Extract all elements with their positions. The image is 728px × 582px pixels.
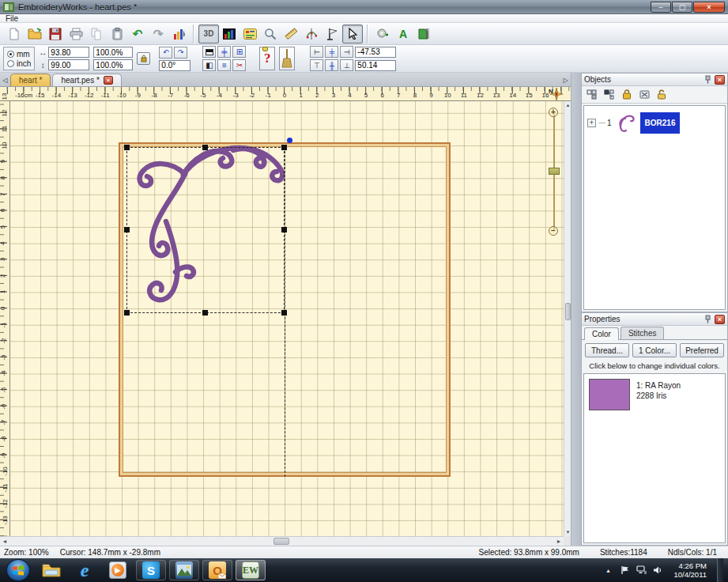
close-button[interactable]: × bbox=[693, 2, 725, 13]
minimize-button[interactable]: – bbox=[651, 2, 671, 13]
design-canvas[interactable]: + − bbox=[10, 101, 564, 536]
vertical-scroll-thumb[interactable] bbox=[565, 303, 571, 320]
align-left-button[interactable]: ⊢ bbox=[310, 46, 323, 58]
height-input[interactable] bbox=[48, 59, 89, 70]
sequence-view-button[interactable]: ≡ bbox=[217, 59, 231, 71]
unlock-object-button[interactable] bbox=[654, 88, 669, 102]
trim-button[interactable]: ✂ bbox=[232, 59, 246, 71]
resize-handle-s[interactable] bbox=[202, 310, 208, 316]
slider-handle[interactable] bbox=[549, 168, 560, 175]
resize-handle-n[interactable] bbox=[202, 145, 208, 150]
tray-clock[interactable]: 4:26 PM 10/4/2011 bbox=[669, 561, 711, 579]
pos-x-input[interactable] bbox=[355, 47, 396, 58]
vertical-scrollbar[interactable]: ▲ ▼ bbox=[564, 101, 571, 536]
align-right-button[interactable]: ⊣ bbox=[340, 46, 353, 58]
unit-inch-radio[interactable]: inch bbox=[7, 59, 31, 68]
horizontal-scroll-thumb[interactable] bbox=[273, 538, 289, 545]
tray-expand-icon[interactable]: ▲ bbox=[602, 565, 613, 576]
scroll-down-icon[interactable]: ▼ bbox=[564, 528, 571, 536]
scroll-up-icon[interactable]: ▲ bbox=[564, 101, 571, 109]
hide-object-button[interactable] bbox=[637, 88, 651, 102]
selection-box[interactable] bbox=[126, 147, 285, 313]
zoom-out-button[interactable]: − bbox=[549, 226, 558, 236]
tab-heart[interactable]: heart * bbox=[10, 74, 51, 86]
lock-object-button[interactable] bbox=[620, 88, 634, 102]
one-color-button[interactable]: 1 Color... bbox=[632, 343, 677, 357]
taskbar-media-player[interactable]: ▶ bbox=[103, 560, 133, 580]
align-bottom-button[interactable]: ⊥ bbox=[340, 59, 353, 71]
resize-handle-nw[interactable] bbox=[124, 145, 130, 150]
taskbar-outlook[interactable]: O bbox=[202, 560, 232, 580]
ungroup-objects-button[interactable] bbox=[602, 88, 617, 102]
zoom-in-button[interactable]: + bbox=[549, 108, 558, 117]
objects-close-button[interactable]: × bbox=[715, 75, 725, 85]
copy-button[interactable] bbox=[86, 25, 107, 43]
taskbar-embroideryworks[interactable]: EW bbox=[236, 560, 266, 580]
resize-handle-se[interactable] bbox=[281, 310, 287, 316]
thread-color-row[interactable]: 1: RA Rayon 2288 Iris bbox=[584, 374, 725, 415]
center-horizontal-button[interactable]: ╪ bbox=[325, 46, 338, 58]
show-hoop-button[interactable] bbox=[202, 46, 216, 58]
design-notes-button[interactable] bbox=[240, 25, 260, 43]
object-row[interactable]: + ---- 1 BOR216 bbox=[584, 106, 725, 139]
menu-file[interactable]: File bbox=[0, 14, 24, 23]
volume-icon[interactable] bbox=[652, 565, 663, 576]
resize-handle-e[interactable] bbox=[281, 227, 287, 232]
thread-swatch[interactable] bbox=[589, 379, 630, 410]
tab-scroll-right-button[interactable]: ▷ bbox=[560, 74, 571, 86]
print-button[interactable] bbox=[66, 25, 86, 43]
tab-color[interactable]: Color bbox=[584, 327, 619, 340]
redo-button[interactable]: ↷ bbox=[148, 25, 168, 43]
stitch-points-tool-button[interactable] bbox=[301, 25, 322, 43]
scroll-left-icon[interactable]: ◄ bbox=[0, 537, 9, 546]
paste-button[interactable] bbox=[107, 25, 127, 43]
group-objects-button[interactable] bbox=[585, 88, 599, 102]
select-tool-button[interactable] bbox=[342, 25, 363, 43]
lettering-button[interactable]: A bbox=[393, 25, 413, 43]
pin-icon[interactable] bbox=[703, 75, 712, 85]
tab-heart-pes[interactable]: heart.pes * × bbox=[52, 74, 121, 86]
measure-tool-button[interactable] bbox=[281, 25, 301, 43]
resize-handle-w[interactable] bbox=[124, 227, 130, 232]
new-document-button[interactable] bbox=[4, 25, 25, 43]
rotation-input[interactable] bbox=[159, 60, 190, 71]
align-top-button[interactable]: ⊤ bbox=[310, 59, 323, 71]
panel-splitter[interactable] bbox=[571, 73, 581, 546]
design-stitch-button[interactable] bbox=[413, 25, 434, 43]
properties-close-button[interactable]: × bbox=[715, 315, 725, 324]
horizontal-scrollbar[interactable]: ◄ ► bbox=[0, 536, 564, 546]
scroll-right-icon[interactable]: ► bbox=[554, 537, 564, 546]
embroidery-design[interactable] bbox=[10, 101, 564, 536]
tab-stitches[interactable]: Stitches bbox=[620, 327, 665, 339]
zoom-slider[interactable]: + − bbox=[548, 108, 560, 236]
taskbar-explorer[interactable] bbox=[36, 560, 66, 580]
taskbar-photo-viewer[interactable] bbox=[169, 560, 199, 580]
tree-expander[interactable]: + bbox=[587, 119, 596, 127]
realistic-preview-button[interactable]: ? bbox=[259, 47, 275, 70]
save-button[interactable] bbox=[45, 25, 66, 43]
object-label[interactable]: BOR216 bbox=[640, 112, 681, 134]
aspect-lock-button[interactable] bbox=[137, 52, 150, 65]
rotate-handle[interactable] bbox=[287, 138, 292, 143]
rotate-cw-button[interactable]: ↷ bbox=[174, 47, 187, 59]
maximize-button[interactable]: ▢ bbox=[672, 2, 692, 13]
resize-handle-sw[interactable] bbox=[124, 310, 130, 316]
action-center-flag-icon[interactable] bbox=[619, 565, 630, 576]
contrast-view-button[interactable]: ◧ bbox=[202, 59, 216, 71]
show-desktop-button[interactable] bbox=[717, 558, 723, 582]
width-input[interactable] bbox=[48, 47, 89, 58]
rotate-ccw-button[interactable]: ↶ bbox=[159, 47, 172, 59]
tab-scroll-left-button[interactable]: ◁ bbox=[0, 74, 10, 86]
center-vertical-button[interactable]: ╫ bbox=[325, 59, 338, 71]
tab-close-button[interactable]: × bbox=[104, 76, 113, 85]
merge-design-button[interactable] bbox=[372, 25, 393, 43]
needle-position-tool-button[interactable] bbox=[322, 25, 342, 43]
pan-button[interactable]: ╪ bbox=[217, 46, 231, 58]
open-file-button[interactable] bbox=[25, 25, 45, 43]
scale-x-input[interactable] bbox=[93, 47, 133, 58]
start-button[interactable] bbox=[6, 559, 30, 581]
fit-to-window-button[interactable]: ⊞ bbox=[232, 46, 246, 58]
density-chart-button[interactable] bbox=[219, 25, 240, 43]
3d-view-button[interactable]: 3D bbox=[198, 25, 219, 43]
resize-handle-ne[interactable] bbox=[281, 145, 287, 150]
